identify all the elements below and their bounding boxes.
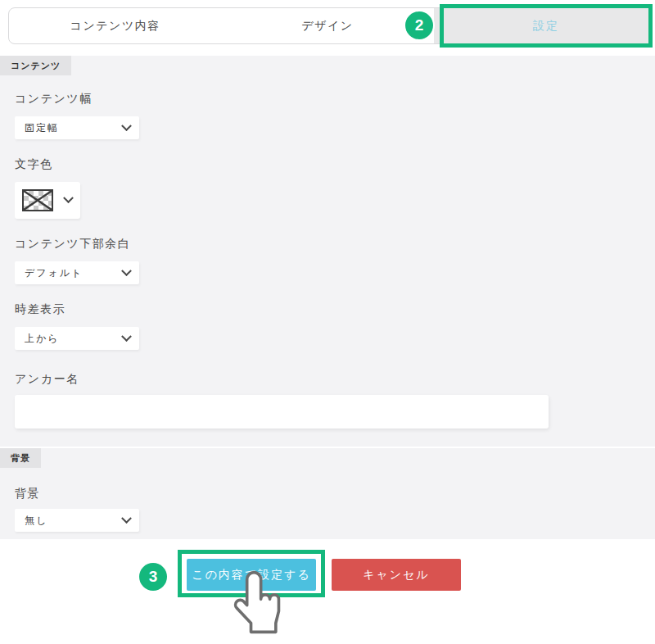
time-display-label: 時差表示 <box>15 302 66 317</box>
chevron-down-icon <box>121 120 132 131</box>
chevron-down-icon <box>63 193 74 203</box>
bottom-margin-value: デフォルト <box>25 266 83 280</box>
transparent-color-swatch <box>22 189 53 211</box>
anchor-name-label: アンカー名 <box>15 372 79 387</box>
content-width-select[interactable]: 固定幅 <box>15 116 139 139</box>
background-label: 背景 <box>15 487 40 501</box>
section-header-content: コンテンツ <box>0 56 71 75</box>
anchor-name-input[interactable] <box>15 395 549 429</box>
chevron-down-icon <box>121 265 132 276</box>
tab-settings[interactable]: 設定 <box>440 4 653 48</box>
text-color-picker[interactable] <box>15 182 80 219</box>
content-width-label: コンテンツ幅 <box>15 92 93 107</box>
tab-design[interactable]: デザイン <box>221 8 433 43</box>
bottom-margin-select[interactable]: デフォルト <box>15 261 139 284</box>
content-width-value: 固定幅 <box>25 121 59 135</box>
step-3-badge: 3 <box>139 563 167 591</box>
section-header-background: 背景 <box>0 448 41 468</box>
chevron-down-icon <box>121 513 132 524</box>
background-value: 無し <box>25 514 47 528</box>
time-display-value: 上から <box>25 332 60 346</box>
section-divider <box>0 447 655 448</box>
tab-content[interactable]: コンテンツ内容 <box>9 8 221 43</box>
bottom-margin-label: コンテンツ下部余白 <box>15 237 130 252</box>
chevron-down-icon <box>121 331 132 342</box>
text-color-label: 文字色 <box>15 157 53 172</box>
step-2-badge: 2 <box>405 11 433 39</box>
submit-button[interactable]: この内容で設定する <box>187 559 316 591</box>
background-select[interactable]: 無し <box>15 509 139 532</box>
time-display-select[interactable]: 上から <box>15 327 139 350</box>
cancel-button[interactable]: キャンセル <box>332 559 461 591</box>
